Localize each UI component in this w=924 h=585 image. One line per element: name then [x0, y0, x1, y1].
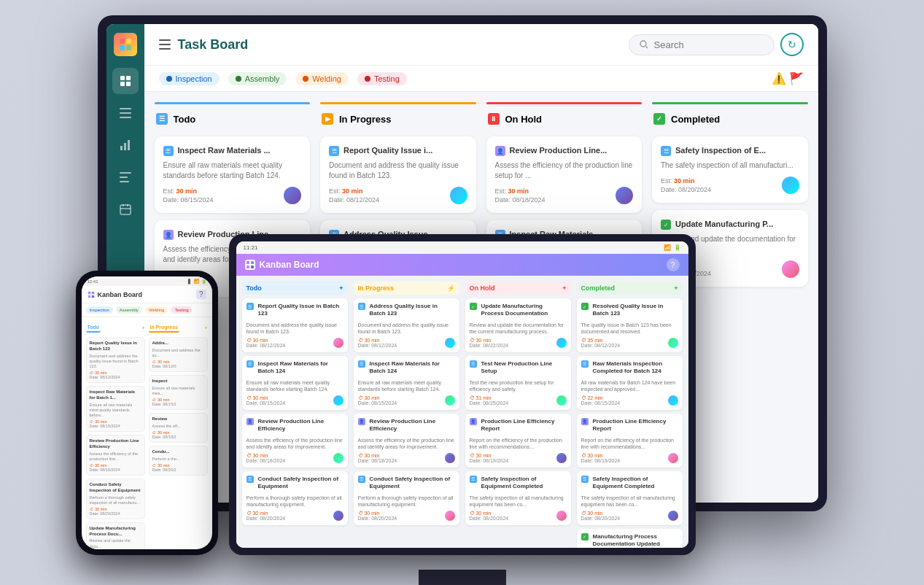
task-card[interactable]: ☰ Safety Inspection of E... The safety i… — [652, 136, 808, 203]
t-card-footer: ⏱ 35 minDate: 08/12/2024 — [581, 338, 678, 348]
t-card-avatar — [445, 511, 455, 521]
search-bar[interactable] — [629, 34, 774, 55]
p-card-date: Date: 08/12/2024 — [90, 375, 141, 379]
phone-todo-label: Todo — [86, 323, 101, 333]
tablet-completed-add[interactable]: + — [674, 284, 678, 292]
task-card[interactable]: 👤 Review Production Line... Assess the e… — [486, 136, 642, 213]
inprogress-col-label: In Progress — [339, 114, 392, 125]
tablet-help-button[interactable]: ? — [667, 258, 680, 271]
todo-col-label: Todo — [174, 114, 196, 125]
filter-tag-testing[interactable]: Testing — [357, 72, 407, 85]
phone-filter-assembly[interactable]: Assembly — [116, 306, 142, 314]
onhold-col-header: ⏸ On Hold — [486, 109, 642, 129]
t-card-desc: Assess the efficiency of the production … — [246, 437, 343, 450]
filter-tag-inspection[interactable]: Inspection — [159, 72, 220, 85]
inspection-dot — [166, 76, 172, 82]
tablet-onhold-add[interactable]: + — [562, 284, 566, 292]
tablet-task-card[interactable]: ☰ Raw Materials Inspection Completed for… — [577, 356, 683, 410]
tablet-task-card[interactable]: 👤 Production Line Efficiency Report Repo… — [465, 414, 571, 468]
p-card-desc: Document and address the qu... — [152, 348, 204, 358]
filter-tag-welding[interactable]: Welding — [295, 72, 349, 85]
phone-task-card[interactable]: Report Quality Issue in Batch 123 Docume… — [86, 337, 145, 383]
phone-filter-testing[interactable]: Testing — [171, 306, 192, 314]
tablet-task-card[interactable]: ☰ Conduct Safety Inspection of Equipment… — [354, 471, 459, 525]
phone-todo-add[interactable]: + — [141, 325, 144, 330]
tablet-wifi-icon: 📶 — [664, 244, 671, 251]
phone-task-card[interactable]: Inspect Raw Materials for Batch 1... Ens… — [86, 386, 145, 432]
tablet-task-card[interactable]: ☰ Inspect Raw Materials for Batch 124 En… — [242, 356, 348, 410]
tablet-task-card[interactable]: 👤 Review Production Line Efficiency Asse… — [354, 414, 459, 468]
refresh-button[interactable]: ↻ — [780, 33, 804, 56]
tablet-col-inprogress: In Progress ⚡ ☰ Address Quality Issue in… — [354, 282, 459, 542]
p-card-date: Date: 08/15/2024 — [90, 424, 141, 428]
t-card-time: ⏱ 30 min — [358, 511, 397, 516]
tablet-task-card[interactable]: ☰ Conduct Safety Inspection of Equipment… — [242, 471, 348, 525]
phone-task-card[interactable]: Condu... Perform a tho... ⏱ 30 min Date:… — [149, 446, 208, 476]
tablet-onhold-label: On Hold — [470, 284, 495, 292]
t-card-desc: Review and update the documentation for … — [470, 322, 567, 335]
card-desc: The safety inspection of all manufacturi… — [661, 160, 799, 171]
tablet-task-card[interactable]: ☰ Test New Production Line Setup Test th… — [465, 356, 571, 410]
phone-task-card[interactable]: Inspect Ensure all raw materials mee... … — [149, 375, 208, 410]
t-card-date: Date: 08/12/2024 — [246, 343, 286, 348]
t-card-footer: ⏱ 30 minDate: 08/22/2024 — [470, 338, 567, 348]
svg-rect-10 — [120, 117, 131, 118]
phone-task-card[interactable]: Update Manufacturing Process Docu... Rev… — [86, 522, 145, 549]
sidebar-icon-grid[interactable] — [112, 68, 139, 94]
svg-rect-5 — [126, 76, 131, 80]
phone-task-card[interactable]: Conduct Safety Inspection of Equipment P… — [86, 479, 145, 519]
t-card-title: Inspect Raw Materials for Batch 124 — [370, 360, 455, 376]
tablet-task-card[interactable]: ✓ Update Manufacturing Process Documenta… — [465, 298, 571, 352]
task-card[interactable]: ☰ Report Quality Issue i... Document and… — [320, 136, 476, 213]
t-card-desc: The quality issue in Batch 123 has been … — [581, 322, 678, 335]
sidebar-icon-chart[interactable] — [112, 132, 139, 158]
phone-task-card[interactable]: Review Production Line Efficiency Assess… — [86, 435, 145, 476]
search-icon — [640, 40, 648, 49]
p-card-title: Addre... — [152, 341, 204, 346]
tablet-todo-add[interactable]: + — [339, 284, 343, 292]
p-card-desc: Perform a thorough safety inspection of … — [90, 495, 141, 505]
phone-filter-welding[interactable]: Welding — [145, 306, 168, 314]
tablet-task-card[interactable]: ☰ Safety Inspection of Equipment Complet… — [577, 471, 683, 525]
phone-task-card[interactable]: Review Assess the eff... ⏱ 30 min Date: … — [149, 413, 208, 443]
todo-col-header: ☰ Todo — [155, 109, 311, 129]
tablet-col-onhold: On Hold + ✓ Update Manufacturing Process… — [465, 282, 571, 542]
phone-help-btn[interactable]: ? — [196, 290, 206, 299]
tablet-task-card[interactable]: 👤 Review Production Line Efficiency Asse… — [242, 414, 348, 468]
tablet-task-card[interactable]: ✓ Resolved Quality Issue in Batch 123 Th… — [577, 298, 683, 352]
tablet-task-card[interactable]: ☰ Report Quality Issue in Batch 123 Docu… — [242, 298, 348, 352]
svg-rect-29 — [251, 261, 254, 264]
t-card-title: Resolved Quality Issue in Batch 123 — [593, 303, 678, 318]
t-card-time: ⏱ 35 min — [581, 338, 621, 343]
phone-battery-icon: 🔋 — [201, 279, 206, 284]
onhold-header-bar — [486, 102, 642, 104]
sidebar-icon-calendar[interactable] — [112, 196, 139, 222]
filter-tag-assembly[interactable]: Assembly — [228, 72, 287, 85]
t-card-date: Date: 08/15/2024 — [581, 400, 621, 406]
sidebar-icon-list[interactable] — [112, 164, 139, 190]
task-card[interactable]: ☰ Inspect Raw Materials ... Ensure all r… — [155, 136, 311, 213]
tablet-task-card[interactable]: ☰ Inspect Raw Materials for Batch 124 En… — [354, 356, 459, 410]
phone-filter-inspection[interactable]: Inspection — [86, 306, 113, 314]
card-footer: Est: 30 min Date: 08/15/2024 — [163, 187, 302, 204]
testing-dot — [365, 76, 370, 82]
sidebar-icon-menu[interactable] — [112, 100, 139, 126]
tablet-inprogress-header: In Progress ⚡ — [354, 282, 459, 295]
tablet-todo-label: Todo — [246, 284, 262, 292]
phone-logo — [88, 291, 95, 298]
menu-icon[interactable] — [159, 39, 171, 50]
tablet-task-card[interactable]: ✓ Manufacturing Process Documentation Up… — [577, 529, 683, 548]
tablet-task-card[interactable]: ☰ Safety Inspection of Equipment Complet… — [465, 471, 571, 525]
svg-rect-9 — [120, 112, 131, 114]
t-card-icon: ☰ — [581, 360, 589, 368]
tablet-todo-header: Todo + — [242, 282, 348, 295]
tablet-task-card[interactable]: 👤 Production Line Efficiency Report Repo… — [577, 414, 683, 468]
tablet-task-card[interactable]: ☰ Address Quality Issue in Batch 123 Doc… — [354, 298, 459, 352]
t-card-footer: ⏱ 30 minDate: 08/12/2024 — [246, 338, 343, 348]
t-card-avatar — [556, 395, 567, 406]
search-input[interactable] — [654, 39, 756, 50]
phone-inprogress-add[interactable]: + — [204, 325, 207, 330]
phone-task-card[interactable]: Addre... Document and address the qu... … — [149, 337, 208, 372]
t-card-title: Test New Production Line Setup — [481, 360, 567, 376]
t-card-icon: ☰ — [246, 360, 254, 368]
